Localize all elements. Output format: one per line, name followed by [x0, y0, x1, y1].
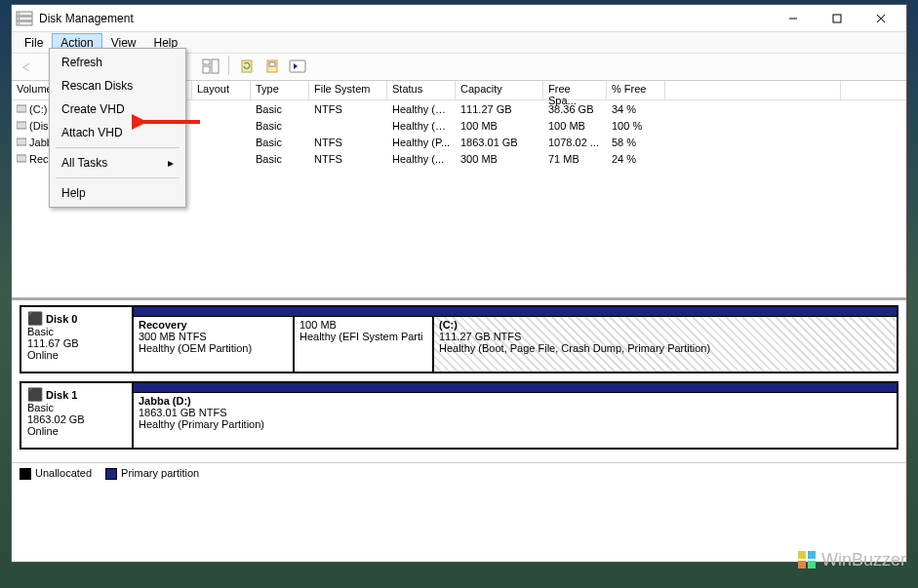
cell: Basic — [251, 103, 309, 115]
column-header-type[interactable]: Type — [251, 81, 309, 99]
cell: Healthy (... — [387, 153, 456, 165]
cell: Healthy (B... — [387, 103, 456, 115]
svg-rect-11 — [17, 122, 26, 129]
action-menu-help[interactable]: Help — [50, 181, 185, 205]
console-tree-icon[interactable] — [200, 56, 221, 77]
svg-rect-20 — [212, 59, 219, 73]
column-header-layout[interactable]: Layout — [192, 81, 251, 99]
cell: NTFS — [309, 153, 387, 165]
svg-rect-21 — [203, 66, 210, 73]
disk-row[interactable]: ⬛ Disk 0Basic111.67 GBOnlineRecovery300 … — [20, 305, 898, 373]
legend-swatch-unallocated — [20, 468, 31, 480]
cell: Healthy (P... — [387, 137, 456, 148]
disk-graphical-view[interactable]: ⬛ Disk 0Basic111.67 GBOnlineRecovery300 … — [12, 300, 906, 462]
svg-rect-12 — [17, 138, 26, 145]
svg-point-5 — [19, 22, 20, 24]
menu-separator — [56, 147, 180, 148]
column-header-pctfree[interactable]: % Free — [607, 81, 665, 99]
cell: 58 % — [607, 137, 665, 148]
title-bar[interactable]: Disk Management — [12, 5, 906, 32]
legend-unallocated: Unallocated — [35, 467, 92, 479]
partition[interactable]: Recovery300 MB NTFSHealthy (OEM Partitio… — [134, 317, 295, 372]
column-header-blank[interactable] — [665, 81, 841, 99]
partition[interactable]: 100 MBHealthy (EFI System Parti — [295, 317, 434, 372]
cell: 300 MB — [456, 153, 543, 165]
disk-stripe — [134, 307, 897, 317]
cell: Healthy (E... — [387, 120, 456, 132]
legend-swatch-primary — [105, 468, 117, 480]
column-header-filesystem[interactable]: File System — [309, 81, 387, 99]
cell: 100 % — [607, 120, 665, 132]
svg-point-4 — [19, 18, 20, 20]
window-title: Disk Management — [39, 12, 771, 25]
cell: 34 % — [607, 103, 665, 115]
action-menu-all-tasks[interactable]: All Tasks▸ — [50, 151, 185, 175]
cell: 1863.01 GB — [456, 137, 543, 148]
maximize-button[interactable] — [815, 5, 858, 31]
legend-primary: Primary partition — [121, 467, 199, 479]
cell: 1078.02 ... — [543, 137, 607, 148]
disk-row[interactable]: ⬛ Disk 1Basic1863.02 GBOnlineJabba (D:)1… — [20, 381, 898, 450]
action-menu-rescan-disks[interactable]: Rescan Disks — [50, 74, 185, 98]
close-button[interactable] — [858, 5, 902, 31]
cell: 111.27 GB — [456, 103, 543, 115]
properties-icon[interactable] — [287, 56, 308, 77]
svg-rect-7 — [833, 15, 841, 22]
cell: 71 MB — [543, 153, 607, 165]
svg-rect-19 — [203, 59, 210, 64]
column-header-capacity[interactable]: Capacity — [456, 81, 543, 99]
disk-management-icon — [16, 10, 33, 27]
menu-separator — [56, 177, 180, 178]
cell: NTFS — [309, 137, 387, 148]
partition[interactable]: Jabba (D:)1863.01 GB NTFSHealthy (Primar… — [134, 393, 897, 448]
cell: NTFS — [309, 103, 387, 115]
annotation-arrow — [132, 110, 205, 134]
back-button[interactable] — [16, 57, 37, 78]
refresh-icon[interactable] — [236, 56, 258, 77]
cell: Basic — [251, 137, 309, 148]
disk-stripe — [134, 383, 897, 393]
minimize-button[interactable] — [771, 5, 815, 31]
action-menu-refresh[interactable]: Refresh — [50, 51, 185, 74]
disk-info[interactable]: ⬛ Disk 0Basic111.67 GBOnline — [21, 307, 134, 372]
cell: 38.36 GB — [543, 103, 607, 115]
cell: Basic — [251, 120, 309, 132]
column-header-freespace[interactable]: Free Spa... — [543, 81, 607, 99]
svg-rect-13 — [17, 155, 26, 162]
settings-icon[interactable] — [261, 56, 283, 77]
svg-point-3 — [19, 13, 20, 15]
svg-rect-24 — [269, 62, 275, 66]
menu-file[interactable]: File — [16, 33, 52, 53]
partition[interactable]: (C:)111.27 GB NTFSHealthy (Boot, Page Fi… — [434, 317, 897, 372]
svg-rect-10 — [17, 105, 26, 112]
cell: 100 MB — [543, 120, 607, 132]
legend: Unallocated Primary partition — [12, 462, 906, 484]
cell: 100 MB — [456, 120, 543, 132]
cell: 24 % — [607, 153, 665, 165]
cell: Basic — [251, 153, 309, 165]
column-header-status[interactable]: Status — [387, 81, 456, 99]
disk-info[interactable]: ⬛ Disk 1Basic1863.02 GBOnline — [21, 383, 134, 448]
chevron-right-icon: ▸ — [168, 156, 174, 170]
toolbar-divider — [228, 56, 229, 75]
